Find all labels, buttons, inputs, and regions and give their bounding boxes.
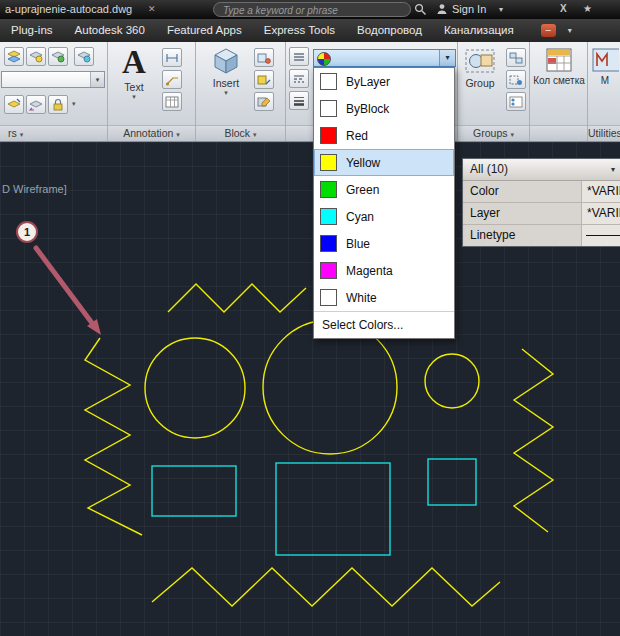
tab-kanalizacia[interactable]: Канализация [433, 19, 525, 42]
chevron-down-icon: ▾ [224, 89, 228, 96]
insert-block-icon [212, 46, 240, 76]
text-tool-label: Text [124, 81, 143, 93]
color-option-green[interactable]: Green [314, 176, 454, 203]
layers-panel-label[interactable]: rs ▾ [0, 125, 107, 141]
tab-express-tools[interactable]: Express Tools [253, 19, 346, 42]
close-icon[interactable]: ✕ [148, 4, 156, 15]
table-icon[interactable] [162, 92, 182, 111]
group-label: Group [465, 77, 494, 89]
text-tool-button[interactable]: A Text ▾ [114, 44, 154, 100]
block-panel-label[interactable]: Block ▾ [196, 125, 285, 141]
record-icon[interactable]: – [541, 24, 556, 37]
color-option-magenta[interactable]: Magenta [314, 257, 454, 284]
color-option-bylayer[interactable]: ByLayer [314, 68, 454, 95]
chevron-down-icon[interactable]: ▾ [90, 72, 104, 87]
layer-previous-icon[interactable] [26, 95, 46, 114]
yellow-circle-1[interactable] [145, 338, 245, 438]
sign-in-button[interactable]: Sign In [452, 3, 486, 15]
color-option-red[interactable]: Red [314, 122, 454, 149]
m-tool-button[interactable]: М [590, 46, 620, 86]
property-row-linetype: Linetype [463, 225, 620, 246]
chevron-down-icon: ▾ [510, 131, 514, 138]
chevron-down-icon[interactable]: ▾ [568, 26, 572, 35]
layer-properties-icon[interactable] [4, 47, 24, 66]
chevron-down-icon[interactable]: ▾ [499, 5, 503, 14]
layer-off-icon[interactable] [26, 47, 46, 66]
tab-vodoprovod[interactable]: Водопровод [346, 19, 433, 42]
ungroup-icon[interactable] [506, 48, 526, 67]
tab-autodesk-360[interactable]: Autodesk 360 [64, 19, 156, 42]
annotation-panel-label[interactable]: Annotation ▾ [108, 125, 195, 141]
property-row-layer: Layer *VARIE [463, 203, 620, 225]
annotation-arrow [36, 248, 101, 335]
ribbon-panel-groups: Group Groups ▾ [458, 42, 530, 141]
groups-panel-label[interactable]: Groups ▾ [458, 125, 529, 141]
tab-featured-apps[interactable]: Featured Apps [156, 19, 253, 42]
step-badge: 1 [16, 221, 38, 243]
kol-smetka-panel-label[interactable] [530, 125, 587, 141]
tab-plug-ins[interactable]: Plug-ins [0, 19, 64, 42]
layer-value[interactable]: *VARIE [581, 203, 620, 224]
select-colors-option[interactable]: Select Colors... [314, 311, 454, 338]
bylayer-swatch [320, 73, 337, 90]
chevron-down-icon[interactable]: ▾ [72, 100, 76, 107]
yellow-circle-2[interactable] [263, 320, 397, 454]
linetype-list-icon[interactable] [289, 69, 309, 88]
kol-smetka-label: Кол сметка [533, 75, 585, 86]
layer-selector[interactable]: ▾ [1, 71, 105, 88]
block-editor-icon[interactable] [254, 92, 274, 111]
lineweight-list-icon[interactable] [289, 91, 309, 110]
ribbon: ▾ ▾ rs ▾ A Text ▾ [0, 42, 620, 142]
text-tool-icon: A [122, 44, 146, 80]
yellow-circle-3[interactable] [425, 354, 479, 408]
yellow-zigzag-bottom[interactable] [152, 568, 500, 606]
color-option-blue[interactable]: Blue [314, 230, 454, 257]
layer-isolate-icon[interactable] [48, 47, 68, 66]
search-input[interactable] [221, 3, 405, 18]
cyan-rectangle-1[interactable] [152, 466, 236, 516]
model-space-canvas[interactable]: D Wireframe] 1 All (10) ▾ Color *VARIE L… [0, 142, 620, 636]
ribbon-panel-block: Insert ▾ Block ▾ [196, 42, 286, 141]
property-row-color: Color *VARIE [463, 181, 620, 203]
edit-attributes-icon[interactable] [254, 70, 274, 89]
group-manager-icon[interactable] [506, 92, 526, 111]
exchange-apps-icon[interactable]: X [560, 3, 567, 14]
create-block-icon[interactable] [254, 48, 274, 67]
ribbon-panel-layers: ▾ ▾ rs ▾ [0, 42, 108, 141]
viewport-control-label[interactable]: D Wireframe] [2, 183, 67, 195]
linetype-sample [586, 235, 620, 236]
color-value[interactable]: *VARIE [581, 181, 620, 202]
dimension-icon[interactable] [162, 48, 182, 67]
cyan-rectangle-2[interactable] [276, 463, 390, 555]
cyan-entities [152, 459, 476, 555]
chevron-down-icon: ▾ [253, 131, 257, 138]
search-icon[interactable] [414, 3, 427, 16]
object-color-list-icon[interactable] [289, 47, 309, 66]
yellow-zigzag-left[interactable] [85, 338, 142, 535]
color-option-white[interactable]: White [314, 284, 454, 311]
yellow-zigzag-right[interactable] [514, 349, 553, 532]
color-option-byblock[interactable]: ByBlock [314, 95, 454, 122]
group-icon [464, 46, 496, 76]
quick-properties-header[interactable]: All (10) ▾ [463, 159, 620, 181]
chevron-down-icon[interactable]: ▾ [439, 50, 455, 66]
cyan-rectangle-3[interactable] [428, 459, 476, 505]
color-option-cyan[interactable]: Cyan [314, 203, 454, 230]
group-button[interactable]: Group [460, 46, 500, 89]
quick-properties-panel: All (10) ▾ Color *VARIE Layer *VARIE Lin… [462, 158, 620, 247]
color-dropdown-list: ByLayer ByBlock Red Yellow Green Cyan Bl… [313, 67, 455, 339]
utilities-panel-label[interactable]: Utilities [588, 125, 620, 141]
layer-match-icon[interactable] [4, 95, 24, 114]
kol-smetka-button[interactable]: Кол сметка [535, 46, 583, 86]
insert-block-button[interactable]: Insert ▾ [204, 46, 248, 96]
linetype-value[interactable] [581, 225, 620, 246]
layer-lock-icon[interactable] [48, 95, 68, 114]
multileader-icon[interactable] [162, 70, 182, 89]
object-color-combobox[interactable]: ▾ [313, 49, 456, 67]
group-edit-icon[interactable] [506, 70, 526, 89]
yellow-zigzag-top[interactable] [168, 284, 306, 312]
layer-freeze-icon[interactable] [74, 47, 94, 66]
green-swatch [320, 181, 337, 198]
favorites-star-icon[interactable]: ★ [583, 3, 592, 14]
color-option-yellow[interactable]: Yellow [314, 149, 454, 176]
